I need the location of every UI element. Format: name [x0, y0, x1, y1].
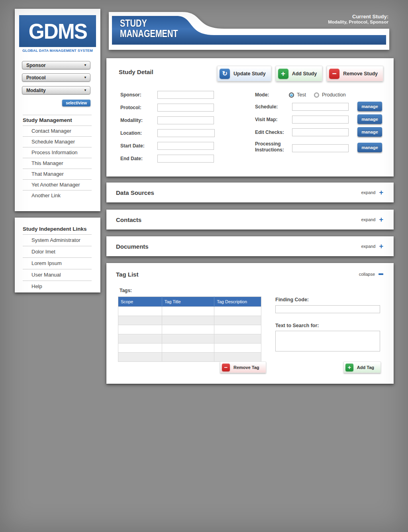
- study-detail-title: Study Detail: [119, 69, 153, 75]
- visit-map-field[interactable]: [292, 116, 349, 124]
- sidebar-item-yet-another-manager[interactable]: Yet Another Manager: [23, 180, 92, 190]
- manage-visit-map-button[interactable]: manage: [357, 114, 382, 124]
- tag-list-collapse-button[interactable]: collapse: [359, 272, 383, 277]
- tags-table: Scope Tag Title Tag Description: [118, 296, 261, 362]
- page-title: STUDY MANAGEMENT: [120, 18, 178, 39]
- mode-test-option[interactable]: Test: [289, 92, 306, 98]
- update-study-button[interactable]: ↻ Update Study: [217, 66, 271, 81]
- sidebar-item-that-manager[interactable]: That Manager: [23, 169, 92, 180]
- col-tag-title[interactable]: Tag Title: [162, 297, 214, 307]
- table-row[interactable]: [118, 316, 261, 325]
- sidebar-item-lorem-ipsum[interactable]: Lorem Ipsum: [23, 258, 92, 269]
- edit-checks-field-label: Edit Checks:: [255, 128, 290, 135]
- start-date-field[interactable]: [157, 142, 214, 150]
- tag-list-title: Tag List: [116, 271, 138, 278]
- schedule-field-label: Schedule:: [255, 103, 290, 110]
- protocol-dropdown[interactable]: Protocol ▼: [22, 73, 90, 82]
- add-study-button[interactable]: + Add Study: [276, 66, 323, 81]
- modality-dropdown-label: Modality: [26, 88, 46, 93]
- sponsor-dropdown[interactable]: Sponsor ▼: [22, 61, 90, 69]
- study-detail-panel: Study Detail ↻ Update Study + Add Study …: [106, 58, 394, 177]
- page-header: STUDY MANAGEMENT Current Study: Modality…: [106, 9, 392, 54]
- plus-icon: +: [379, 243, 383, 249]
- table-row[interactable]: [118, 334, 261, 344]
- radio-unselected-icon: [314, 92, 319, 98]
- mode-radio-group: Test Production: [289, 91, 346, 99]
- sponsor-field[interactable]: [157, 91, 214, 99]
- chevron-down-icon: ▼: [84, 63, 87, 67]
- sidebar-item-user-manual[interactable]: User Manual: [23, 269, 92, 281]
- table-row[interactable]: [118, 344, 261, 353]
- tags-label: Tags:: [120, 288, 132, 293]
- select-view-button[interactable]: select/view: [62, 100, 90, 106]
- protocol-field[interactable]: [157, 104, 214, 112]
- mode-label: Mode:: [255, 91, 289, 98]
- mode-test-label: Test: [297, 92, 306, 98]
- current-study-label: Current Study:: [328, 14, 388, 20]
- schedule-field[interactable]: [292, 103, 349, 111]
- add-study-label: Add Study: [292, 71, 317, 77]
- mode-production-option[interactable]: Production: [314, 92, 346, 98]
- links-title: Study Independent Links: [23, 224, 92, 235]
- remove-study-button[interactable]: − Remove Study: [327, 66, 383, 81]
- location-field[interactable]: [157, 129, 215, 137]
- data-sources-expand-button[interactable]: expand +: [361, 190, 383, 195]
- data-sources-panel: Data Sources expand +: [106, 183, 394, 202]
- plus-icon: +: [345, 363, 353, 371]
- modality-field[interactable]: [157, 116, 214, 124]
- sidebar-item-this-manager[interactable]: This Manager: [23, 158, 92, 169]
- minus-icon: [379, 273, 383, 275]
- col-scope[interactable]: Scope: [118, 297, 162, 307]
- add-tag-button[interactable]: + Add Tag: [343, 361, 381, 373]
- manage-edit-checks-button[interactable]: manage: [357, 127, 382, 137]
- contacts-panel: Contacts expand +: [106, 210, 394, 230]
- table-row[interactable]: [118, 325, 261, 334]
- collapse-label: collapse: [359, 272, 375, 277]
- manage-schedule-button[interactable]: manage: [357, 102, 382, 111]
- contacts-title: Contacts: [116, 216, 141, 223]
- protocol-field-label: Protocol:: [120, 104, 156, 111]
- start-date-field-label: Start Date:: [120, 142, 156, 149]
- edit-checks-field[interactable]: [292, 128, 349, 136]
- menu-title: Study Management: [23, 115, 92, 126]
- refresh-icon: ↻: [220, 69, 230, 79]
- visit-map-field-label: Visit Map:: [255, 116, 290, 123]
- col-tag-description[interactable]: Tag Description: [214, 297, 261, 307]
- remove-tag-button[interactable]: − Remove Tag: [220, 361, 266, 373]
- chevron-down-icon: ▼: [84, 76, 87, 79]
- sidebar-panel: GDMS GLOBAL DATA MANAGEMENT SYSTEM Spons…: [15, 9, 100, 211]
- table-row[interactable]: [118, 353, 261, 362]
- study-detail-actions: ↻ Update Study + Add Study − Remove Stud…: [217, 66, 383, 81]
- remove-study-label: Remove Study: [343, 71, 378, 77]
- radio-selected-icon: [289, 92, 294, 98]
- remove-tag-label: Remove Tag: [233, 365, 259, 370]
- protocol-dropdown-label: Protocol: [26, 75, 46, 80]
- location-field-label: Location:: [120, 129, 156, 136]
- sponsor-dropdown-label: Sponsor: [26, 63, 46, 68]
- sidebar-item-another-link[interactable]: Another Link: [23, 190, 92, 201]
- processing-instructions-field[interactable]: [292, 144, 349, 152]
- sidebar-item-process-information[interactable]: Process Information: [23, 147, 92, 158]
- data-sources-title: Data Sources: [116, 189, 154, 196]
- end-date-field[interactable]: [157, 155, 214, 163]
- documents-expand-button[interactable]: expand +: [361, 243, 383, 249]
- study-management-menu: Study Management Contact Manager Schedul…: [23, 115, 92, 201]
- sidebar-item-dolor-imet[interactable]: Dolor Imet: [23, 246, 92, 258]
- text-to-search-field[interactable]: [275, 331, 380, 351]
- finding-code-field[interactable]: [275, 305, 380, 313]
- contacts-expand-button[interactable]: expand +: [361, 217, 383, 222]
- sidebar-item-system-administrator[interactable]: System Administrator: [23, 235, 92, 246]
- documents-title: Documents: [116, 243, 149, 250]
- sidebar-item-contact-manager[interactable]: Contact Manager: [23, 126, 92, 137]
- modality-dropdown[interactable]: Modality ▼: [22, 86, 90, 94]
- sidebar-item-help[interactable]: Help: [23, 281, 92, 292]
- update-study-label: Update Study: [233, 71, 266, 77]
- processing-instructions-field-label: Processing Instructions:: [255, 140, 289, 153]
- table-row[interactable]: [118, 307, 261, 316]
- manage-processing-instructions-button[interactable]: manage: [357, 143, 382, 152]
- expand-label: expand: [361, 244, 375, 249]
- current-study-value: Modality, Protocol, Sponsor: [328, 20, 388, 24]
- independent-links-panel: Study Independent Links System Administr…: [15, 218, 100, 293]
- sidebar-item-schedule-manager[interactable]: Schedule Manager: [23, 137, 92, 147]
- plus-icon: +: [379, 217, 383, 222]
